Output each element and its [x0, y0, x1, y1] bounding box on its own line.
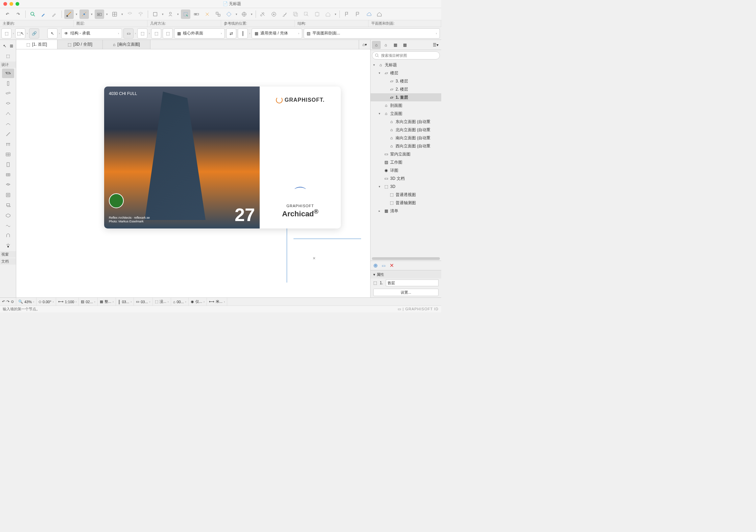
door-tool[interactable] — [2, 160, 14, 169]
flag2-button[interactable] — [353, 9, 362, 19]
tree-item[interactable]: ⌂东向立面图 (自动重 — [371, 118, 441, 126]
arrow-tool[interactable]: ↖ — [47, 28, 57, 39]
elem-id-button[interactable] — [203, 9, 212, 19]
tree-item[interactable]: ▭室内立面图 — [371, 150, 441, 158]
tree-item[interactable]: ◉详图 — [371, 166, 441, 174]
fillet-button[interactable] — [302, 9, 311, 19]
nav-project-map[interactable]: ⌂ — [372, 41, 381, 49]
skylight-tool[interactable] — [2, 180, 14, 190]
plane-button[interactable] — [125, 9, 135, 19]
scale-icon[interactable]: ⟷ — [58, 299, 64, 304]
offset-button[interactable] — [239, 9, 249, 19]
layer-select[interactable]: 👁 结构 - 承载› — [61, 28, 122, 39]
intersect-button[interactable] — [291, 9, 300, 19]
delete-icon[interactable]: ✕ — [389, 262, 394, 269]
search-input[interactable] — [372, 51, 440, 59]
tree-item[interactable]: ▾▱楼层 — [371, 69, 441, 77]
nav-fwd[interactable]: ↷ — [6, 299, 9, 304]
refline-select[interactable]: ▦ 核心外表面› — [174, 28, 225, 39]
morph-tool[interactable] — [2, 231, 14, 240]
settings-button[interactable]: 设置... — [373, 289, 439, 296]
tree-item[interactable]: ▱1. 首层 — [371, 93, 441, 101]
drawing-canvas[interactable]: × 4030 CHI FULL Reflex Architects · refl… — [16, 49, 370, 297]
eyedropper-button[interactable] — [39, 9, 48, 19]
close-window[interactable] — [3, 2, 7, 6]
zone-tool[interactable] — [2, 211, 14, 220]
geom-1[interactable]: ▭ — [123, 28, 134, 39]
selection-mode[interactable]: ⬚↖ — [15, 28, 25, 39]
nav-layout[interactable]: ▦ — [391, 41, 400, 49]
shell-tool[interactable] — [2, 119, 14, 129]
scrollbar[interactable] — [372, 257, 440, 260]
marquee-tool[interactable]: ⬚ — [2, 51, 14, 61]
tree-item[interactable]: ▭3D 文档 — [371, 174, 441, 183]
resize-button[interactable] — [312, 9, 322, 19]
tab-overflow[interactable]: ⌂▾ — [359, 40, 370, 49]
magic-button[interactable] — [181, 9, 190, 19]
tree-item[interactable]: ⬚普通轴测图 — [371, 199, 441, 207]
home2-button[interactable] — [375, 9, 384, 19]
opening-tool[interactable] — [2, 190, 14, 200]
column-tool[interactable] — [2, 79, 14, 88]
project-tree[interactable]: ▾⌂无标题▾▱楼层▱3. 楼层▱2. 楼层▱1. 首层⌂剖面图▾⌂立面图⌂东向立… — [371, 61, 441, 257]
graphisoft-id[interactable]: ▭ | GRAPHISOFT ID — [398, 307, 439, 311]
grid-button[interactable] — [110, 9, 119, 19]
adjust-button[interactable] — [280, 9, 289, 19]
plan-select[interactable]: ▨ 平面图和剖面...› — [304, 28, 440, 39]
nav-publisher[interactable]: ▦ — [400, 41, 409, 49]
suspend-button[interactable] — [150, 9, 160, 19]
pick-button[interactable] — [28, 9, 38, 19]
struct-select[interactable]: ▦ 通用类墙 / 壳体› — [252, 28, 302, 39]
roof-tool[interactable] — [2, 109, 14, 119]
curtain-tool[interactable] — [2, 150, 14, 159]
nav-menu[interactable]: ☰▾ — [431, 41, 440, 49]
snap-button[interactable] — [79, 9, 89, 19]
props-icon[interactable]: ▭ — [382, 263, 385, 268]
minimize-window[interactable] — [9, 2, 13, 6]
nav-back[interactable]: ↶ — [2, 299, 5, 304]
props-header[interactable]: ▾ 属性 — [371, 270, 441, 279]
tab-floor[interactable]: ⬚ [1. 首层] — [16, 40, 57, 49]
measure-button[interactable]: 12 — [192, 9, 201, 19]
coord-button[interactable]: XY — [95, 9, 104, 19]
angle-icon[interactable]: ◇ — [39, 299, 41, 304]
geom-2[interactable]: ⬚ — [137, 28, 147, 39]
link-button[interactable]: 🔗 — [29, 28, 39, 39]
geom-3[interactable]: ⬚ — [151, 28, 161, 39]
tree-item[interactable]: ▾⌂立面图 — [371, 110, 441, 118]
beam-tool[interactable] — [2, 89, 14, 98]
tab-3d[interactable]: ⬚ [3D / 全部] — [57, 40, 103, 49]
zoom-home[interactable]: ⊙ — [11, 299, 14, 304]
tree-item[interactable]: ▸▦清单 — [371, 207, 441, 215]
mesh-tool[interactable] — [2, 221, 14, 230]
grid-tool[interactable]: ⊞ — [8, 41, 15, 51]
cloud-button[interactable] — [364, 9, 373, 19]
align-button[interactable] — [213, 9, 223, 19]
lamp-tool[interactable] — [2, 241, 14, 250]
distribute-button[interactable] — [224, 9, 234, 19]
railing-tool[interactable] — [2, 140, 14, 149]
split-button[interactable] — [269, 9, 279, 19]
gravity-button[interactable] — [136, 9, 145, 19]
struct-icon[interactable]: ║ — [238, 28, 248, 39]
group-button[interactable] — [166, 9, 175, 19]
inject-button[interactable] — [50, 9, 59, 19]
trim-button[interactable] — [258, 9, 268, 19]
tree-item[interactable]: ▾⌂无标题 — [371, 61, 441, 69]
nav-view-map[interactable]: ⌂ — [381, 41, 390, 49]
wall-tool[interactable] — [2, 69, 14, 78]
tree-item[interactable]: ⌂剖面图 — [371, 101, 441, 110]
tab-elevation[interactable]: ⌂ [南向立面图] — [103, 40, 150, 49]
flag-button[interactable] — [342, 9, 352, 19]
undo-button[interactable]: ↶ — [3, 9, 12, 19]
story-name-input[interactable] — [386, 280, 439, 286]
zoom-icon[interactable]: 🔍 — [18, 299, 23, 304]
tree-item[interactable]: ⬚普通透视图 — [371, 191, 441, 199]
stair-tool[interactable] — [2, 129, 14, 139]
geom-4[interactable]: ⬚ — [163, 28, 173, 39]
tree-item[interactable]: ⌂西向立面图 (自动重 — [371, 142, 441, 150]
tree-item[interactable]: ▱3. 楼层 — [371, 77, 441, 85]
tool-preset[interactable]: ⬚ — [1, 28, 11, 39]
add-icon[interactable]: ⊕ — [373, 262, 378, 269]
window-tool[interactable] — [2, 170, 14, 179]
